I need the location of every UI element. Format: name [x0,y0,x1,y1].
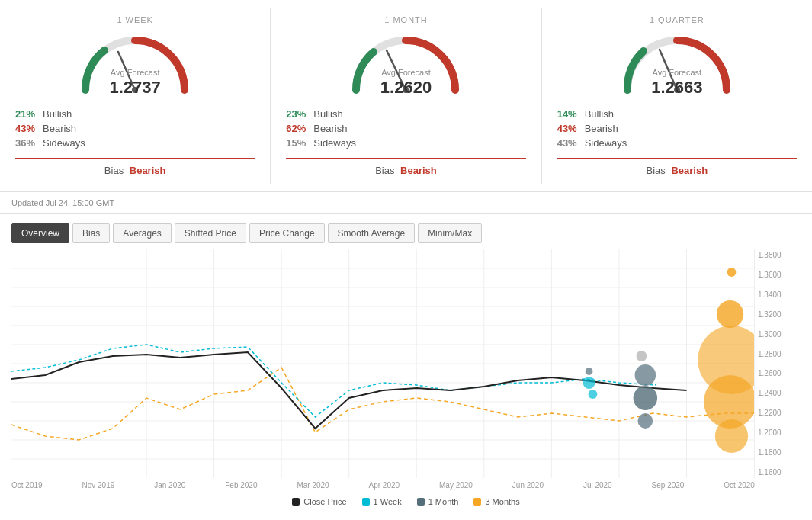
y-label: 1.2400 [758,389,798,397]
stat-bearish-month: 62% Bearish [286,123,525,134]
tab-price-change[interactable]: Price Change [249,223,325,243]
legend-label: Close Price [303,497,346,506]
tab-bias[interactable]: Bias [72,223,110,243]
legend-color [362,498,370,506]
tab-minim-max[interactable]: Minim/Max [418,223,482,243]
y-label: 1.3400 [758,290,798,299]
legend-label: 3 Months [485,497,519,506]
bias-value-quarter: Bearish [671,165,708,176]
bubble-3m-1 [727,268,737,277]
legend-item: 1 Month [417,497,459,506]
bullish-pct-month: 23% [286,108,313,120]
bearish-pct-week: 43% [15,123,43,134]
divider-month [286,158,525,159]
legend-label: 1 Month [428,497,459,506]
tab-shifted-price[interactable]: Shifted Price [175,223,246,243]
line-1week [11,345,656,417]
panel-month-title: 1 MONTH [384,15,428,24]
gauge-month: Avg Forecast 1.2620 [345,29,467,98]
x-label: Mar 2020 [297,481,329,490]
y-axis: 1.38001.36001.34001.32001.30001.28001.26… [755,249,801,478]
stat-bearish-week: 43% Bearish [15,123,255,134]
y-label: 1.2800 [758,350,798,358]
bubble-sm-1 [637,351,647,361]
panel-quarter-title: 1 QUARTER [650,15,704,24]
sideways-pct-week: 36% [15,137,43,149]
x-label: Oct 2020 [724,481,755,490]
x-label: May 2020 [439,481,473,490]
gauge-week-label: Avg Forecast 1.2737 [110,66,161,98]
bias-value-month: Bearish [400,165,437,176]
bias-month: Bias Bearish [375,165,437,176]
updated-text: Updated Jul 24, 15:00 GMT [11,198,114,207]
legend: Close Price1 Week1 Month3 Months [0,493,812,514]
legend-item: 1 Week [362,497,402,506]
bubble-1month-4 [638,413,653,429]
panel-month: 1 MONTH Avg Forecast 1.2620 23% Bullish … [271,8,541,184]
stats-quarter: 14% Bullish 43% Bearish 43% Sideways [557,108,797,152]
y-label: 1.3600 [758,271,798,279]
top-section: 1 WEEK Avg Forecast 1.2737 21% Bullis [0,0,812,192]
bearish-pct-quarter: 43% [557,123,585,134]
bearish-pct-month: 62% [286,123,313,134]
bubble-1month-2 [635,364,656,386]
stat-sideways-week: 36% Sideways [15,137,255,149]
gauge-month-value: 1.2620 [380,78,432,98]
y-label: 1.1800 [758,448,798,457]
x-axis: Oct 2019Nov 2019Jan 2020Feb 2020Mar 2020… [0,478,812,493]
gauge-week-value: 1.2737 [110,78,161,98]
panel-week-title: 1 WEEK [117,15,153,24]
tab-overview[interactable]: Overview [11,223,69,243]
gauge-week: Avg Forecast 1.2737 [74,29,196,98]
main-chart [11,249,755,478]
x-label: Jun 2020 [512,481,544,490]
stat-bullish-month: 23% Bullish [286,108,525,120]
y-label: 1.2200 [758,409,798,417]
bias-value-week: Bearish [130,165,166,176]
stat-bullish-week: 21% Bullish [15,108,255,120]
stats-week: 21% Bullish 43% Bearish 36% Sideways [15,108,255,152]
gauge-quarter-label: Avg Forecast 1.2663 [651,66,702,98]
x-label: Oct 2019 [11,481,43,490]
bubble-3m-2 [717,300,743,328]
y-label: 1.3000 [758,330,798,339]
bubble-3m-5 [715,419,748,453]
sideways-pct-month: 15% [286,137,313,149]
tab-smooth-average[interactable]: Smooth Average [328,223,416,243]
legend-item: 3 Months [473,497,519,506]
x-label: Jul 2020 [583,481,612,490]
tab-bar: OverviewBiasAveragesShifted PricePrice C… [0,214,812,243]
legend-color [473,498,481,506]
divider-quarter [557,158,797,159]
stat-sideways-quarter: 43% Sideways [557,137,797,149]
bullish-pct-week: 21% [15,108,43,120]
x-label: Sep 2020 [652,481,685,490]
stats-month: 23% Bullish 62% Bearish 15% Sideways [286,108,525,152]
x-label: Nov 2019 [82,481,114,490]
x-label: Apr 2020 [369,481,400,490]
stat-bearish-quarter: 43% Bearish [557,123,797,134]
y-label: 1.2000 [758,429,798,437]
gauge-quarter-value: 1.2663 [651,78,702,98]
bias-week: Bias Bearish [104,165,166,176]
y-label: 1.3200 [758,310,798,319]
divider-week [15,158,255,159]
y-label: 1.1600 [758,468,798,477]
tab-averages[interactable]: Averages [113,223,171,243]
stat-bullish-quarter: 14% Bullish [557,108,797,120]
legend-color [417,498,425,506]
bullish-pct-quarter: 14% [557,108,585,120]
stat-sideways-month: 15% Sideways [286,137,525,149]
bubble-1week-2 [589,390,598,399]
gauge-quarter: Avg Forecast 1.2663 [616,29,738,98]
bias-quarter: Bias Bearish [647,165,708,176]
x-label: Jan 2020 [154,481,185,490]
legend-item: Close Price [292,497,346,506]
gauge-month-label: Avg Forecast 1.2620 [380,66,432,98]
y-label: 1.2600 [758,369,798,377]
y-label: 1.3800 [758,251,798,259]
panel-week: 1 WEEK Avg Forecast 1.2737 21% Bullis [0,8,271,184]
bubble-1week-1 [583,377,595,389]
x-label: Feb 2020 [225,481,257,490]
bubble-1month-1 [586,368,593,375]
